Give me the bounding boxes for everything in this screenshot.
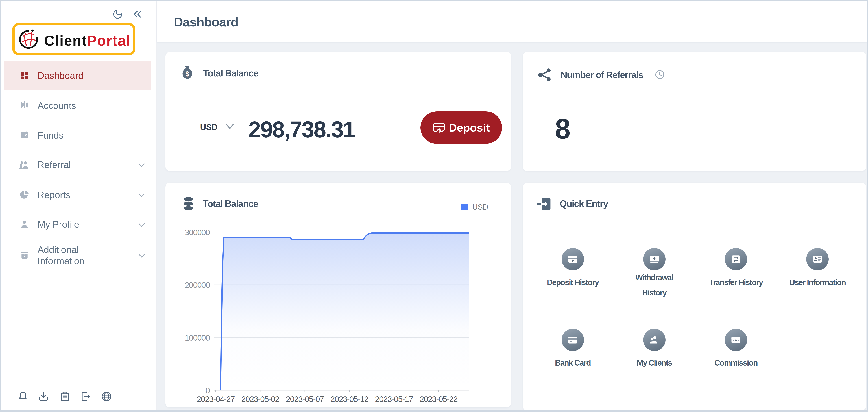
svg-text:2023-04-27: 2023-04-27 <box>197 394 235 404</box>
svg-text:200000: 200000 <box>185 280 210 289</box>
svg-text:300000: 300000 <box>185 228 210 237</box>
svg-text:USD: USD <box>472 203 488 211</box>
svg-text:2023-05-12: 2023-05-12 <box>331 394 368 404</box>
svg-text:100000: 100000 <box>185 333 210 342</box>
svg-text:2023-05-07: 2023-05-07 <box>286 394 324 404</box>
svg-text:2023-05-17: 2023-05-17 <box>375 394 413 404</box>
svg-text:2023-05-22: 2023-05-22 <box>420 394 458 404</box>
svg-text:2023-05-02: 2023-05-02 <box>241 394 279 404</box>
svg-text:0: 0 <box>206 386 210 395</box>
svg-text:$: $ <box>186 70 189 77</box>
